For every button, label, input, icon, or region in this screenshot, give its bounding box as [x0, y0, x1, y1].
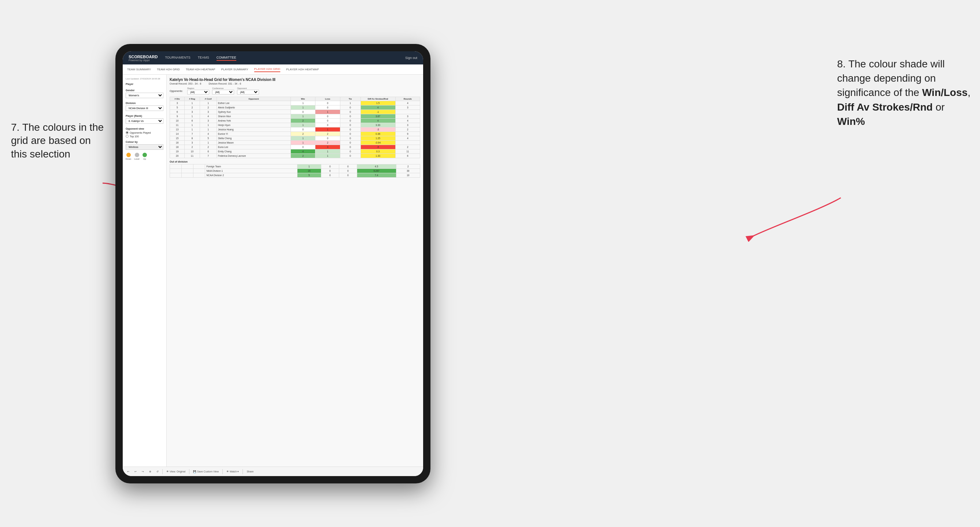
cell-loss: 0	[315, 136, 340, 141]
filter-conference: Conference (All)	[212, 87, 234, 94]
annotation-arrow-right	[735, 194, 845, 242]
cell-reg: 3	[185, 141, 200, 145]
sidebar-division-select[interactable]: NCAA Division III	[126, 105, 163, 111]
sub-nav-team-h2h-heatmap[interactable]: TEAM H2H HEATMAP	[186, 67, 215, 72]
sidebar-gender-select[interactable]: Women's	[126, 93, 163, 98]
toolbar-watch[interactable]: 👁 Watch ▾	[225, 470, 240, 474]
toolbar-undo2[interactable]: ↩	[133, 470, 138, 474]
sidebar-gender-label: Gender	[126, 89, 163, 92]
legend-down: Down	[126, 153, 131, 160]
cell-win: 4	[291, 149, 315, 154]
cell-win: 1	[291, 141, 315, 145]
toolbar-add[interactable]: ⊕	[148, 470, 153, 474]
out-cell-name: Foreign Team	[205, 164, 297, 169]
sidebar-player-rank-select[interactable]: 8. Katelyn Vo	[126, 118, 163, 124]
cell-div: 14	[170, 132, 185, 136]
cell-loss: 1	[315, 127, 340, 132]
cell-conf: 3	[200, 110, 216, 114]
legend-up-label: Up	[143, 158, 146, 160]
toolbar-save-custom[interactable]: 💾 Save Custom View	[192, 470, 220, 474]
cell-div: 18	[170, 145, 185, 149]
cell-div: 13	[170, 127, 185, 132]
sidebar-division-label: Division	[126, 102, 163, 105]
cell-conf: 2	[200, 105, 216, 110]
toolbar-undo[interactable]: ↩	[126, 470, 131, 474]
cell-tie: 0	[340, 136, 361, 141]
cell-opponent: Emily Chang	[216, 149, 291, 154]
nav-committee[interactable]: COMMITTEE	[216, 55, 236, 61]
toolbar-share[interactable]: Share	[245, 470, 255, 473]
cell-win: 2	[291, 154, 315, 158]
cell-diff: -5	[361, 145, 395, 149]
out-cell-tie: 0	[339, 164, 357, 169]
cell-diff: 0.38	[361, 132, 395, 136]
cell-win: 1	[291, 123, 315, 127]
toolbar-view-original[interactable]: 👁 View: Original	[165, 470, 187, 473]
table-row: 9 1 4 Sharon Mun 1 0 0 3.67 3	[170, 114, 420, 119]
cell-div: 11	[170, 123, 185, 127]
radio-opponents-played[interactable]: Opponents Played	[126, 131, 163, 134]
table-row: 15 8 5 Stella Cheng 1 0 0 1.25 4	[170, 136, 420, 141]
cell-reg: 1	[185, 114, 200, 119]
sub-nav-player-summary[interactable]: PLAYER SUMMARY	[221, 67, 248, 72]
cell-reg: 3	[185, 110, 200, 114]
out-cell-reg	[182, 169, 193, 173]
out-cell-diff: 4.5	[357, 164, 396, 169]
out-cell-tie: 0	[339, 173, 357, 178]
table-row: 14 7 4 Eunice Yi 2 2 0 0.38 9	[170, 132, 420, 136]
table-container: # Div # Reg # Conf Opponent Win Loss Tie…	[170, 97, 420, 158]
toolbar-redo[interactable]: ↪	[140, 470, 145, 474]
filter-row: Opponents: Region (All) Conference (All)	[170, 87, 420, 94]
cell-div: 16	[170, 141, 185, 145]
cell-diff: 4	[361, 119, 395, 123]
cell-diff: -3	[361, 127, 395, 132]
annotation-bold3: Win%	[837, 116, 865, 127]
nav-sign-out[interactable]: Sign out	[405, 56, 417, 60]
sub-nav-team-summary[interactable]: TEAM SUMMARY	[127, 67, 151, 72]
cell-div: 10	[170, 119, 185, 123]
cell-conf: 6	[200, 149, 216, 154]
annotation-left: 7. The colours in the grid are based on …	[11, 121, 106, 161]
cell-div: 20	[170, 154, 185, 158]
out-cell-rounds: 10	[396, 173, 420, 178]
filter-conference-select[interactable]: (All)	[212, 90, 234, 94]
sidebar: Last Updated: 27/03/2024 16:55:38 Player…	[123, 75, 167, 467]
cell-rounds: 4	[395, 119, 420, 123]
out-cell-loss: 0	[321, 173, 339, 178]
filter-opponent-select[interactable]: (All)	[237, 90, 259, 94]
cell-tie: 0	[340, 132, 361, 136]
table-row: 5 2 2 Alexis Sudjianto 1 0 0 4 3	[170, 105, 420, 110]
cell-tie: 0	[340, 123, 361, 127]
out-cell-rounds: 30	[396, 169, 420, 173]
out-cell-name: NAIA Division 1	[205, 169, 297, 173]
cell-rounds: 2	[395, 145, 420, 149]
toolbar-refresh[interactable]: ↺	[155, 470, 160, 474]
cell-loss: 0	[315, 105, 340, 110]
sidebar-player-section: Player	[126, 83, 163, 85]
cell-div: 15	[170, 136, 185, 141]
nav-teams[interactable]: TEAMS	[198, 55, 209, 61]
filter-opponent: Opponent (All)	[237, 87, 259, 94]
th-opponent: Opponent	[216, 97, 291, 101]
sidebar-player-rank-label: Player (Rank)	[126, 114, 163, 117]
out-cell-reg	[182, 173, 193, 178]
cell-reg: 2	[185, 145, 200, 149]
table-row: 13 1 1 Jessica Huang 0 1 0 -3 2	[170, 127, 420, 132]
th-loss: Loss	[315, 97, 340, 101]
sidebar-colour-select[interactable]: Win/loss	[126, 144, 163, 150]
cell-tie: 0	[340, 119, 361, 123]
radio-top100[interactable]: Top 100	[126, 135, 163, 138]
sub-nav-team-h2h-grid[interactable]: TEAM H2H GRID	[157, 67, 180, 72]
sidebar-colour-section: Colour by Win/loss	[126, 141, 163, 150]
filter-region-select[interactable]: (All)	[187, 90, 209, 94]
cell-reg: 6	[185, 119, 200, 123]
sidebar-timestamp: Last Updated: 27/03/2024 16:55:38	[126, 78, 163, 80]
nav-tournaments[interactable]: TOURNAMENTS	[165, 55, 190, 61]
cell-div: 6	[170, 110, 185, 114]
cell-diff: 4	[361, 105, 395, 110]
th-rounds: Rounds	[395, 97, 420, 101]
sub-nav-player-h2h-heatmap[interactable]: PLAYER H2H HEATMAP	[286, 67, 319, 72]
sub-nav-player-h2h-grid[interactable]: PLAYER H2H GRID	[254, 67, 280, 72]
out-cell-name: NCAA Division 2	[205, 173, 297, 178]
out-cell-loss: 0	[321, 169, 339, 173]
